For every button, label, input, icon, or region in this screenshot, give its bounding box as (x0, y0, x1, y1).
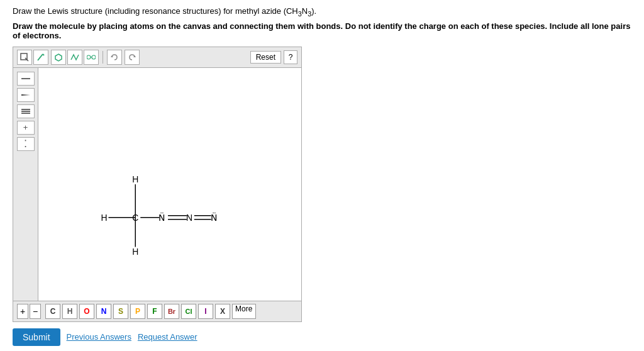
charge-dot-btn[interactable]: ⁚ (17, 137, 35, 151)
bond-single-btn[interactable] (17, 72, 35, 86)
bond-multi-btn[interactable] (17, 104, 35, 118)
pencil-tool-btn[interactable] (33, 50, 48, 65)
canvas-area: + ⁚ H H H (13, 68, 301, 301)
help-btn[interactable]: ? (284, 50, 297, 64)
select-tool-btn[interactable] (17, 50, 32, 65)
svg-marker-4 (55, 54, 62, 61)
svg-point-6 (92, 55, 96, 59)
chain-tool-btn[interactable] (67, 50, 82, 65)
question-line1: Draw the Lewis structure (including reso… (13, 6, 631, 18)
reset-btn[interactable]: Reset (250, 51, 281, 64)
canvas-container: Reset ? + ⁚ (13, 47, 302, 322)
bottom-toolbar: + − C H O N S P F Br Cl I X More (13, 301, 301, 321)
atom-O-btn[interactable]: O (79, 304, 94, 319)
svg-line-3 (43, 54, 44, 55)
atom-F-btn[interactable]: F (147, 304, 162, 319)
svg-marker-11 (21, 94, 30, 96)
svg-line-2 (38, 54, 43, 60)
request-answer-link[interactable]: Request Answer (138, 332, 197, 342)
ring-tool-btn[interactable] (51, 50, 66, 65)
redo-btn[interactable] (125, 50, 140, 65)
atom-C-btn[interactable]: C (45, 304, 60, 319)
atom-Cl-btn[interactable]: Cl (181, 304, 196, 319)
svg-text:N: N (186, 212, 192, 222)
top-toolbar: Reset ? (13, 47, 301, 68)
atom-P-btn[interactable]: P (130, 304, 145, 319)
zoom-plus-btn[interactable]: + (17, 304, 28, 319)
svg-text:H: H (101, 212, 108, 222)
atom-N-btn[interactable]: N (96, 304, 111, 319)
more-btn[interactable]: More (232, 304, 256, 319)
svg-point-5 (87, 55, 91, 59)
bond-wedge-btn[interactable] (17, 88, 35, 102)
drawing-area[interactable]: H H H C N̈ (38, 68, 301, 301)
left-toolbar: + ⁚ (13, 68, 38, 301)
zoom-minus-btn[interactable]: − (30, 304, 41, 319)
atom-I-btn[interactable]: I (198, 304, 213, 319)
atom-Br-btn[interactable]: Br (164, 304, 179, 319)
previous-answers-link[interactable]: Previous Answers (67, 332, 131, 342)
svg-text:H: H (132, 174, 138, 184)
submit-button[interactable]: Submit (13, 328, 60, 346)
atom-S-btn[interactable]: S (113, 304, 128, 319)
bond-tool-btn[interactable] (84, 50, 99, 65)
charge-plus-btn[interactable]: + (17, 121, 35, 135)
question-line2: Draw the molecule by placing atoms on th… (13, 21, 631, 40)
svg-text:C: C (132, 212, 138, 222)
atom-X-btn[interactable]: X (215, 304, 230, 319)
atom-H-btn[interactable]: H (62, 304, 77, 319)
svg-text:N̈: N̈ (211, 212, 217, 222)
svg-text:N̈: N̈ (158, 212, 165, 222)
action-row: Submit Previous Answers Request Answer (13, 328, 631, 346)
undo-btn[interactable] (107, 50, 122, 65)
svg-text:H: H (132, 247, 138, 257)
